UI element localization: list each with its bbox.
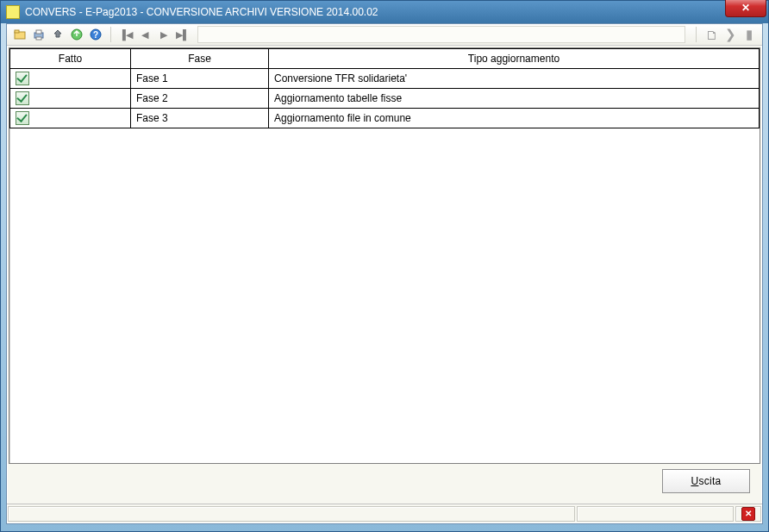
col-header-desc[interactable]: Tipo aggiornamento: [269, 49, 760, 69]
toolbar: ? ▐◀ ◀ ▶ ▶▌ 🗋 ❯: [7, 24, 762, 46]
svg-text:?: ?: [93, 30, 98, 40]
app-icon: [6, 5, 20, 19]
toolbar-separator: [696, 27, 697, 42]
cell-phase[interactable]: Fase 1: [131, 69, 269, 89]
nav-next-button[interactable]: ▶: [154, 26, 173, 43]
nav-last-icon: ▶▌: [176, 30, 190, 40]
cell-done[interactable]: [10, 69, 131, 89]
recycle-icon: [51, 28, 65, 41]
svg-rect-3: [36, 30, 41, 34]
table-row[interactable]: Fase 3 Aggiornamento file in comune: [10, 109, 760, 128]
cell-done[interactable]: [10, 89, 131, 109]
window-close-button[interactable]: ✕: [725, 0, 766, 17]
help-button[interactable]: ?: [86, 26, 105, 43]
grid-header-row: Fatto Fase Tipo aggiornamento: [10, 49, 760, 69]
exit-button-2[interactable]: ❯: [721, 26, 740, 43]
nav-last-button[interactable]: ▶▌: [173, 26, 192, 43]
exit-label-hotkey: U: [691, 475, 698, 487]
window-body: ? ▐◀ ◀ ▶ ▶▌ 🗋 ❯: [6, 23, 763, 524]
application-window: CONVERS - E-Pag2013 - CONVERSIONE ARCHIV…: [0, 0, 769, 532]
open-icon: [13, 28, 27, 41]
nav-next-icon: ▶: [160, 30, 167, 40]
content-area: Fatto Fase Tipo aggiornamento Fase 1 Con…: [7, 46, 762, 504]
status-panel-mid: [577, 506, 734, 522]
table-row[interactable]: Fase 1 Conversione TFR solidarieta': [10, 69, 760, 89]
export-icon: [70, 28, 84, 41]
help-icon: ?: [89, 28, 103, 41]
status-close-icon[interactable]: ✕: [741, 507, 755, 521]
col-header-done[interactable]: Fatto: [10, 49, 131, 69]
button-row: Uscita: [9, 464, 760, 498]
open-button[interactable]: [10, 26, 29, 43]
recycle-button[interactable]: [48, 26, 67, 43]
status-panel-left: [8, 506, 575, 522]
col-header-phase[interactable]: Fase: [131, 49, 269, 69]
close-icon: ✕: [741, 2, 750, 14]
cell-desc[interactable]: Aggiornamento tabelle fisse: [269, 89, 760, 109]
cell-desc[interactable]: Aggiornamento file in comune: [269, 109, 760, 128]
stop-icon: ▮: [746, 27, 753, 42]
cell-done[interactable]: [10, 109, 131, 128]
exit-icon: 🗋: [705, 28, 718, 42]
print-icon: [32, 28, 46, 41]
svg-rect-4: [36, 37, 41, 40]
title-bar: CONVERS - E-Pag2013 - CONVERSIONE ARCHIV…: [1, 1, 768, 23]
status-bar: ✕: [7, 504, 762, 523]
cell-phase[interactable]: Fase 2: [131, 89, 269, 109]
cell-desc[interactable]: Conversione TFR solidarieta': [269, 69, 760, 89]
exit-label-rest: scita: [698, 475, 721, 487]
table-row[interactable]: Fase 2 Aggiornamento tabelle fisse: [10, 89, 760, 109]
window-title: CONVERS - E-Pag2013 - CONVERSIONE ARCHIV…: [25, 6, 378, 18]
status-panel-right: ✕: [735, 506, 761, 522]
checkbox-checked-icon: [16, 72, 29, 85]
nav-prev-icon: ◀: [141, 30, 148, 40]
toolbar-separator: [110, 27, 111, 42]
nav-prev-button[interactable]: ◀: [135, 26, 154, 43]
exit-next-icon: ❯: [725, 27, 736, 42]
checkbox-checked-icon: [16, 111, 29, 125]
nav-first-icon: ▐◀: [119, 30, 133, 40]
grid-frame: Fatto Fase Tipo aggiornamento Fase 1 Con…: [9, 47, 760, 464]
toolbar-spacer: [197, 26, 685, 43]
cell-phase[interactable]: Fase 3: [131, 109, 269, 128]
exit-app-button[interactable]: Uscita: [662, 469, 750, 493]
exit-button-1[interactable]: 🗋: [702, 26, 721, 43]
svg-rect-1: [15, 30, 19, 33]
checkbox-checked-icon: [16, 91, 29, 105]
export-button[interactable]: [67, 26, 86, 43]
data-grid[interactable]: Fatto Fase Tipo aggiornamento Fase 1 Con…: [9, 48, 760, 128]
stop-button[interactable]: ▮: [740, 26, 759, 43]
nav-first-button[interactable]: ▐◀: [116, 26, 135, 43]
print-button[interactable]: [29, 26, 48, 43]
